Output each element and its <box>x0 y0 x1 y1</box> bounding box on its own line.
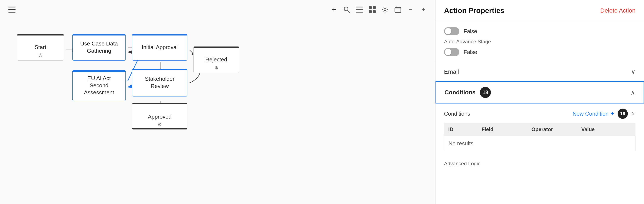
canvas-area: + <box>0 0 435 204</box>
node-approved-icon: ⊛ <box>158 121 162 128</box>
node-rejected[interactable]: Rejected ⊛ <box>193 46 239 73</box>
conditions-label: Conditions <box>444 89 476 96</box>
delete-action-button[interactable]: Delete Action <box>600 7 636 14</box>
panel-title: Action Properties <box>444 6 504 15</box>
toggle1-label: False <box>464 28 477 35</box>
search-btn[interactable] <box>341 4 352 15</box>
toggle1[interactable] <box>444 27 459 35</box>
conditions-sub-header: Conditions New Condition + 19 ☞ <box>444 108 636 119</box>
calendar-btn[interactable] <box>392 4 403 15</box>
node-initial-approval-label: Initial Approval <box>142 44 178 51</box>
auto-advance-label: Auto-Advance Stage <box>444 39 636 45</box>
node-approved-label: Approved <box>148 113 172 120</box>
zoom-out-btn[interactable]: − <box>405 4 416 15</box>
new-condition-button[interactable]: New Condition + <box>573 110 614 117</box>
node-start[interactable]: Start ◎ <box>17 34 64 61</box>
list-btn[interactable] <box>354 4 365 15</box>
new-condition-badge: 19 <box>618 108 628 119</box>
conditions-header[interactable]: Conditions 18 ∧ <box>436 81 644 103</box>
advanced-logic-label: Advanced Logic <box>436 156 644 171</box>
grid-btn[interactable] <box>367 4 378 15</box>
svg-rect-11 <box>373 10 376 13</box>
sidebar-toggle-btn[interactable] <box>6 4 18 15</box>
email-label: Email <box>444 68 459 75</box>
toggle1-row: False <box>444 27 636 35</box>
settings-btn[interactable] <box>380 4 390 15</box>
conditions-sub-label: Conditions <box>444 110 470 117</box>
zoom-in-btn[interactable]: + <box>418 4 429 15</box>
svg-rect-2 <box>8 12 16 12</box>
node-initial-approval[interactable]: Initial Approval <box>132 34 188 61</box>
node-start-icon: ◎ <box>38 52 42 58</box>
node-start-label: Start <box>35 44 46 51</box>
toggle2-row: False <box>444 48 636 56</box>
conditions-title-row: Conditions 18 <box>444 87 491 98</box>
node-stakeholder-label: Stakeholder Review <box>145 75 175 90</box>
col-value: Value <box>582 126 631 132</box>
svg-rect-8 <box>369 6 372 9</box>
add-btn[interactable]: + <box>328 4 340 15</box>
cursor-hand-icon: ☞ <box>631 111 636 116</box>
svg-point-12 <box>384 8 386 11</box>
node-use-case[interactable]: Use Case Data Gathering <box>72 34 126 61</box>
conditions-table-area: Conditions New Condition + 19 ☞ ID Field… <box>436 103 644 156</box>
node-use-case-label: Use Case Data Gathering <box>80 40 118 55</box>
right-panel: Action Properties Delete Action False Au… <box>435 0 644 204</box>
node-eu-ai[interactable]: EU AI Act Second Assessment <box>72 70 126 101</box>
svg-line-4 <box>348 10 350 13</box>
svg-rect-9 <box>373 6 376 9</box>
svg-rect-1 <box>8 9 16 10</box>
node-rejected-label: Rejected <box>205 56 227 63</box>
node-stakeholder[interactable]: Stakeholder Review <box>132 69 188 97</box>
svg-rect-13 <box>395 7 401 12</box>
flow-canvas: Start ◎ Use Case Data Gathering Initial … <box>0 19 435 204</box>
new-condition-label: New Condition <box>573 110 609 117</box>
toolbar: + <box>0 0 435 19</box>
toggle2-label: False <box>464 49 477 55</box>
svg-rect-10 <box>369 10 372 13</box>
node-approved[interactable]: Approved ⊛ <box>132 103 188 130</box>
node-eu-ai-label: EU AI Act Second Assessment <box>84 75 114 96</box>
svg-rect-5 <box>356 6 363 7</box>
node-rejected-icon: ⊛ <box>214 65 218 71</box>
email-row[interactable]: Email ∨ <box>436 62 644 81</box>
panel-header: Action Properties Delete Action <box>436 0 644 21</box>
col-operator: Operator <box>531 126 581 132</box>
conditions-badge: 18 <box>480 87 491 98</box>
svg-rect-7 <box>356 12 363 12</box>
svg-rect-0 <box>8 6 16 7</box>
toggle1-section: False Auto-Advance Stage False <box>436 21 644 62</box>
chevron-up-icon: ∧ <box>630 89 635 96</box>
toolbar-actions: + <box>328 4 429 15</box>
no-results-text: No results <box>448 140 474 147</box>
table-header: ID Field Operator Value <box>444 123 636 136</box>
col-field: Field <box>482 126 531 132</box>
svg-rect-6 <box>356 9 363 10</box>
toggle2[interactable] <box>444 48 459 56</box>
table-body: No results <box>444 136 636 151</box>
chevron-down-icon: ∨ <box>631 68 636 75</box>
new-condition-plus-icon: + <box>611 110 614 117</box>
col-id: ID <box>448 126 482 132</box>
